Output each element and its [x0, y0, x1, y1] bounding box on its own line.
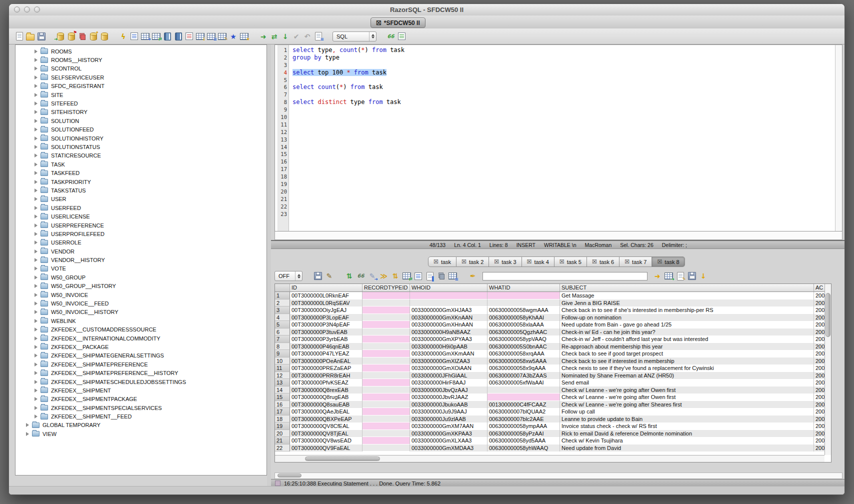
new-connection-icon[interactable]: ✦: [88, 32, 98, 41]
grid-cell[interactable]: [362, 444, 410, 452]
column-list-icon[interactable]: [184, 32, 194, 41]
grid-cell[interactable]: Rick to email David & reference Delmonte…: [560, 430, 814, 438]
grid-cell[interactable]: [362, 314, 410, 322]
grid-cell[interactable]: [410, 292, 488, 300]
table-row[interactable]: 700T3000000P3yrbEAB0033000000GmXPYAA3006…: [275, 336, 824, 343]
grid-horizontal-scrollbar[interactable]: [275, 455, 824, 462]
disclosure-triangle-icon[interactable]: [34, 110, 38, 114]
table-row[interactable]: 900T3000000P47LYEAZ0033000000GmXKmAAN006…: [275, 350, 824, 358]
disclosure-triangle-icon[interactable]: [34, 154, 38, 158]
grid-vertical-scrollbar[interactable]: [824, 284, 831, 455]
disclosure-triangle-icon[interactable]: [34, 197, 38, 201]
grid-cell[interactable]: 00T3000000L0RknEAF: [290, 292, 362, 300]
disclosure-triangle-icon[interactable]: [34, 319, 38, 323]
disclosure-triangle-icon[interactable]: [34, 214, 38, 218]
quote-results-icon[interactable]: 66: [356, 272, 366, 281]
execute-lightning-icon[interactable]: ϟ: [118, 32, 128, 41]
grid-cell[interactable]: 006300000058xw5AAA: [488, 358, 560, 365]
result-tab[interactable]: ☒task 4: [522, 256, 554, 267]
grid-cell[interactable]: 00630000005QgzhAAC: [488, 328, 560, 336]
grid-cell[interactable]: 200: [814, 372, 824, 380]
grid-cell[interactable]: [410, 300, 488, 307]
table-row[interactable]: 1900T3000000QV8CfEAL0033000000GmXM7AAN00…: [275, 422, 824, 430]
tree-item[interactable]: VENDOR__HISTORY: [16, 256, 266, 264]
grid-cell[interactable]: 00630000005S0bnAAC: [488, 343, 560, 350]
grid-cell[interactable]: 00T3000000QV9FaEAL: [290, 444, 362, 452]
grid-cell[interactable]: 00T3000000PRR8rEAH: [290, 372, 362, 380]
grid-cell[interactable]: 0033000000GmXKmAAN: [410, 350, 488, 358]
grid-cell[interactable]: 0033000000H9aNBAAZ: [410, 328, 488, 336]
grid-cell[interactable]: 200: [814, 343, 824, 350]
tree-item[interactable]: SELFSERVICEUSER: [16, 73, 266, 82]
grid-cell[interactable]: Invoice status check - check w/ RS first: [560, 422, 814, 430]
grid-cell[interactable]: [362, 437, 410, 444]
grid-cell[interactable]: 00T3000000POeAnEAL: [290, 358, 362, 365]
disclosure-triangle-icon[interactable]: [34, 50, 38, 54]
result-tab[interactable]: ☒task 2: [456, 256, 489, 267]
single-record-view-icon[interactable]: ▌: [425, 272, 434, 281]
save-grid-icon[interactable]: [687, 272, 696, 281]
grid-cell[interactable]: 0033000000JbvQzAAJ: [410, 386, 488, 394]
disclosure-triangle-icon[interactable]: [34, 293, 38, 297]
disclosure-triangle-icon[interactable]: [34, 162, 38, 166]
tree-item[interactable]: TASKSTATUS: [16, 186, 266, 194]
grid-cell[interactable]: 00T3000000PfvKSEAZ: [290, 379, 362, 386]
database-search-icon[interactable]: ★: [240, 32, 249, 41]
tree-item[interactable]: SITE: [16, 90, 266, 99]
tree-item[interactable]: ZKFEDEX__PACKAGE: [16, 342, 266, 351]
grid-cell[interactable]: 00T3000000P3LopEAF: [290, 314, 362, 322]
grid-cell[interactable]: 006300000058yhWAAQ: [488, 444, 560, 452]
grid-cell[interactable]: 006300000058wgmAAA: [488, 306, 560, 314]
tree-item[interactable]: ZKFEDEX__SHIPMENT__FEED: [16, 412, 266, 420]
row-limit-select[interactable]: OFF: [274, 271, 302, 281]
export-data-icon[interactable]: ↓: [196, 32, 205, 41]
disclosure-triangle-icon[interactable]: [26, 432, 29, 436]
tree-item[interactable]: SCONTROL: [16, 64, 266, 73]
import-data-icon[interactable]: ≡: [206, 32, 216, 41]
disclosure-triangle-icon[interactable]: [34, 232, 38, 236]
grid-cell[interactable]: 00T3000000QBXPeEAP: [290, 416, 362, 423]
grid-cell[interactable]: 00T3000000P47LYEAZ: [290, 350, 362, 358]
tree-item[interactable]: SOLUTIONSTATUS: [16, 142, 266, 151]
tree-item[interactable]: SOLUTION: [16, 116, 266, 125]
disclosure-triangle-icon[interactable]: [34, 136, 38, 140]
grid-cell[interactable]: [362, 328, 410, 336]
grid-cell[interactable]: Give Jenn a BIG RAISE: [560, 300, 814, 307]
grid-cell[interactable]: [362, 394, 410, 401]
grid-cell[interactable]: Re-approach about membership this year: [560, 343, 814, 350]
grid-cell[interactable]: 00630000007A3bZAAS: [488, 372, 560, 380]
disclosure-triangle-icon[interactable]: [26, 423, 29, 427]
disclosure-triangle-icon[interactable]: [34, 84, 38, 88]
disclosure-triangle-icon[interactable]: [34, 362, 38, 366]
grid-cell[interactable]: Check-in w/ Ed - can he join this year?: [560, 328, 814, 336]
copy-cell-icon[interactable]: ✎➜: [368, 272, 377, 281]
grid-cell[interactable]: 0033000000HirF8AAJ: [410, 379, 488, 386]
execute-sql-icon[interactable]: ➜: [258, 32, 268, 41]
results-panel-scrollbar[interactable]: [274, 472, 842, 479]
form-view-icon[interactable]: [414, 272, 423, 281]
close-tab-icon[interactable]: ☒: [462, 259, 466, 264]
table-row[interactable]: 1400T3000000Q8rexEAB0033000000JbvQzAAJCh…: [275, 386, 824, 394]
grid-cell[interactable]: 006300000058yPzAAI: [488, 430, 560, 438]
disclosure-triangle-icon[interactable]: [34, 58, 38, 62]
grid-cell[interactable]: 00630000005xfWaAAI: [488, 379, 560, 386]
close-tab-icon[interactable]: ☒: [494, 259, 499, 264]
disclosure-triangle-icon[interactable]: [34, 371, 38, 375]
grid-cell[interactable]: 200: [814, 292, 824, 300]
disclosure-triangle-icon[interactable]: [34, 240, 38, 244]
disclosure-triangle-icon[interactable]: [34, 345, 38, 349]
explain-plan-icon[interactable]: [397, 32, 406, 41]
disclosure-triangle-icon[interactable]: [34, 302, 38, 306]
update-row-icon[interactable]: ⇅: [390, 272, 400, 281]
tree-item[interactable]: ZKFEDEX__SHIPMATESCHEDULEDJOBSSETTINGS: [16, 378, 266, 386]
table-row[interactable]: 200T3000000L0RqSEAVGive Jenn a BIG RAISE…: [275, 300, 824, 307]
disclosure-triangle-icon[interactable]: [34, 388, 38, 392]
tree-item[interactable]: VENDOR: [16, 247, 266, 256]
grid-cell[interactable]: Check w/ Kevin Tsujihara: [560, 437, 814, 444]
edit-table-data-icon[interactable]: ➜: [140, 32, 150, 41]
grid-cell[interactable]: 0033000000JbukoAAB: [410, 401, 488, 408]
grid-cell[interactable]: [362, 422, 410, 430]
table-row[interactable]: 1700T3000000QAeJbEAL0033000000Ju9J9AAJ00…: [275, 408, 824, 416]
grid-cell[interactable]: [362, 430, 410, 438]
insert-row-icon[interactable]: ≫: [379, 272, 388, 281]
